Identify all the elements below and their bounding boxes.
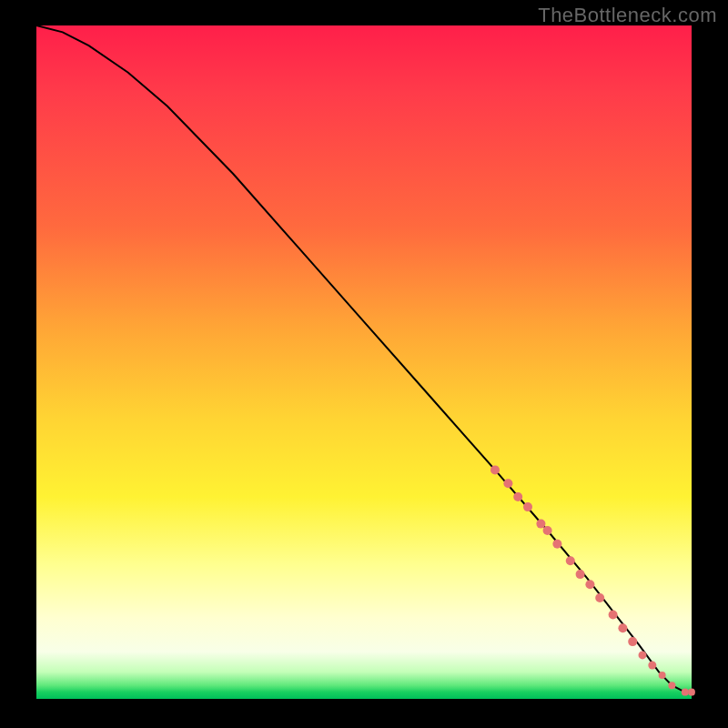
data-marker: [576, 570, 585, 579]
plot-area: [36, 25, 692, 699]
chart-svg: [36, 25, 692, 699]
data-marker: [659, 672, 666, 679]
data-markers: [490, 465, 695, 695]
data-marker: [618, 623, 627, 632]
data-marker: [490, 465, 500, 474]
data-marker: [609, 611, 618, 620]
data-marker: [595, 593, 604, 602]
data-marker: [552, 540, 561, 549]
data-marker: [543, 526, 552, 535]
chart-frame: TheBottleneck.com: [0, 0, 728, 728]
watermark-text: TheBottleneck.com: [538, 4, 717, 27]
data-marker: [536, 520, 545, 529]
data-marker: [566, 556, 575, 565]
data-marker: [585, 580, 594, 589]
data-marker: [688, 689, 695, 696]
data-marker: [668, 682, 675, 689]
data-marker: [628, 637, 637, 646]
data-marker: [682, 689, 689, 696]
data-marker: [513, 492, 522, 501]
bottleneck-curve: [36, 25, 692, 693]
data-marker: [523, 502, 532, 511]
data-marker: [639, 651, 647, 659]
data-marker: [503, 479, 512, 488]
data-marker: [648, 662, 656, 670]
